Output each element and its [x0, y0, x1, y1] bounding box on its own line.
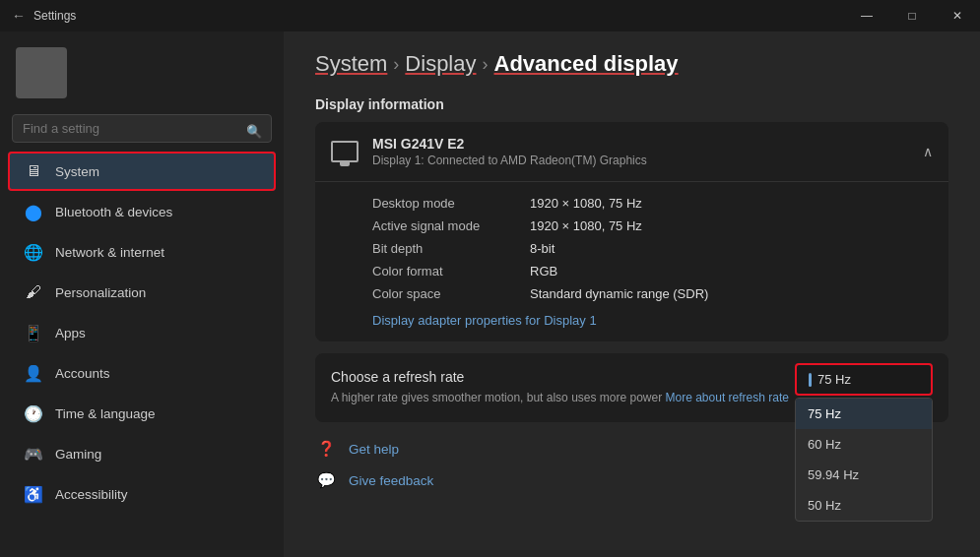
monitor-name: MSI G241V E2: [372, 136, 647, 152]
close-button[interactable]: ✕: [935, 0, 980, 31]
apps-icon: 📱: [24, 323, 43, 342]
titlebar-left: ← Settings: [12, 8, 76, 24]
sidebar-item-network[interactable]: 🌐 Network & internet: [8, 232, 276, 272]
adapter-properties-link[interactable]: Display adapter properties for Display 1: [372, 305, 933, 332]
more-about-refresh-link[interactable]: More about refresh rate: [666, 391, 789, 404]
content-area: System › Display › Advanced display Disp…: [284, 31, 980, 557]
dropdown-menu: 75 Hz 60 Hz 59.94 Hz 50 Hz: [795, 398, 933, 522]
breadcrumb-sep-1: ›: [393, 54, 399, 75]
info-value-desktop: 1920 × 1080, 75 Hz: [530, 196, 642, 211]
search-container: 🔍: [0, 110, 284, 151]
maximize-button[interactable]: □: [889, 0, 935, 31]
refresh-rate-card: Choose a refresh rate A higher rate give…: [315, 353, 948, 422]
breadcrumb: System › Display › Advanced display: [315, 51, 948, 77]
info-label-signal: Active signal mode: [372, 218, 530, 233]
sidebar-item-gaming[interactable]: 🎮 Gaming: [8, 434, 276, 473]
sidebar-item-label: Bluetooth & devices: [55, 205, 172, 219]
give-feedback-label: Give feedback: [349, 473, 433, 488]
sidebar-item-label: Network & internet: [55, 245, 164, 260]
give-feedback-icon: 💬: [315, 469, 337, 491]
sidebar-item-bluetooth[interactable]: ⬤ Bluetooth & devices: [8, 192, 276, 231]
sidebar-nav: 🖥 System ⬤ Bluetooth & devices 🌐 Network…: [0, 151, 284, 515]
dropdown-selected[interactable]: 75 Hz: [795, 363, 933, 396]
display-info-title: Display information: [315, 96, 948, 112]
dropdown-option-5994hz[interactable]: 59.94 Hz: [796, 460, 932, 490]
sidebar-item-label: System: [55, 164, 99, 179]
dropdown-selected-value: 75 Hz: [817, 372, 851, 387]
minimize-button[interactable]: —: [844, 0, 889, 31]
sidebar-item-time[interactable]: 🕐 Time & language: [8, 394, 276, 433]
sidebar: 🔍 🖥 System ⬤ Bluetooth & devices 🌐 Netwo…: [0, 31, 284, 557]
get-help-label: Get help: [349, 442, 399, 457]
accounts-icon: 👤: [24, 363, 43, 383]
sidebar-item-label: Gaming: [55, 447, 101, 462]
refresh-text: Choose a refresh rate A higher rate give…: [331, 369, 804, 406]
sidebar-item-label: Time & language: [55, 406, 156, 421]
info-card-header-left: MSI G241V E2 Display 1: Connected to AMD…: [331, 136, 647, 167]
avatar: [16, 47, 67, 98]
sidebar-item-label: Accessibility: [55, 487, 128, 502]
breadcrumb-advanced-display: Advanced display: [494, 51, 679, 77]
sidebar-item-personalization[interactable]: 🖌 Personalization: [8, 273, 276, 312]
info-row-desktop-mode: Desktop mode 1920 × 1080, 75 Hz: [372, 192, 933, 215]
system-icon: 🖥: [24, 161, 43, 181]
bluetooth-icon: ⬤: [24, 202, 43, 221]
back-icon[interactable]: ←: [12, 8, 26, 24]
display-info-card: MSI G241V E2 Display 1: Connected to AMD…: [315, 122, 948, 341]
info-label-desktop: Desktop mode: [372, 196, 530, 211]
refresh-rate-title: Choose a refresh rate: [331, 369, 804, 385]
avatar-area: [0, 31, 284, 110]
dropdown-option-75hz[interactable]: 75 Hz: [796, 399, 932, 429]
network-icon: 🌐: [24, 242, 43, 262]
sidebar-item-label: Apps: [55, 326, 86, 340]
accessibility-icon: ♿: [24, 484, 43, 504]
monitor-sub: Display 1: Connected to AMD Radeon(TM) G…: [372, 154, 647, 167]
sidebar-item-accounts[interactable]: 👤 Accounts: [8, 353, 276, 393]
info-card-header: MSI G241V E2 Display 1: Connected to AMD…: [315, 122, 948, 182]
gaming-icon: 🎮: [24, 444, 43, 464]
sidebar-item-accessibility[interactable]: ♿ Accessibility: [8, 474, 276, 514]
info-label-color-format: Color format: [372, 264, 530, 278]
info-label-bit: Bit depth: [372, 241, 530, 256]
dropdown-option-60hz[interactable]: 60 Hz: [796, 429, 932, 460]
info-label-color-space: Color space: [372, 286, 530, 301]
info-rows: Desktop mode 1920 × 1080, 75 Hz Active s…: [315, 182, 948, 341]
get-help-icon: ❓: [315, 438, 337, 460]
refresh-rate-desc: A higher rate gives smoother motion, but…: [331, 389, 804, 406]
info-value-color-space: Standard dynamic range (SDR): [530, 286, 708, 301]
main-layout: 🔍 🖥 System ⬤ Bluetooth & devices 🌐 Netwo…: [0, 31, 980, 557]
dropdown-bar-icon: [809, 373, 812, 387]
breadcrumb-display[interactable]: Display: [405, 51, 476, 77]
titlebar: ← Settings — □ ✕: [0, 0, 980, 31]
monitor-info: MSI G241V E2 Display 1: Connected to AMD…: [372, 136, 647, 167]
info-value-bit: 8-bit: [530, 241, 555, 256]
time-icon: 🕐: [24, 403, 43, 423]
sidebar-item-apps[interactable]: 📱 Apps: [8, 313, 276, 352]
monitor-icon: [331, 141, 359, 162]
info-row-bit-depth: Bit depth 8-bit: [372, 237, 933, 260]
refresh-rate-dropdown[interactable]: 75 Hz 75 Hz 60 Hz 59.94 Hz 50 Hz: [795, 363, 933, 396]
sidebar-item-label: Accounts: [55, 366, 110, 381]
sidebar-item-system[interactable]: 🖥 System: [8, 152, 276, 191]
sidebar-item-label: Personalization: [55, 285, 146, 300]
titlebar-title: Settings: [33, 9, 76, 23]
breadcrumb-sep-2: ›: [483, 54, 489, 75]
info-row-color-format: Color format RGB: [372, 260, 933, 282]
info-value-color-format: RGB: [530, 264, 557, 278]
info-row-signal: Active signal mode 1920 × 1080, 75 Hz: [372, 215, 933, 237]
chevron-up-icon[interactable]: ∧: [923, 144, 933, 159]
personalization-icon: 🖌: [24, 282, 43, 302]
info-value-signal: 1920 × 1080, 75 Hz: [530, 218, 642, 233]
titlebar-controls: — □ ✕: [844, 0, 980, 31]
dropdown-option-50hz[interactable]: 50 Hz: [796, 490, 932, 521]
info-row-color-space: Color space Standard dynamic range (SDR): [372, 282, 933, 305]
breadcrumb-system[interactable]: System: [315, 51, 387, 77]
search-input[interactable]: [12, 114, 272, 143]
